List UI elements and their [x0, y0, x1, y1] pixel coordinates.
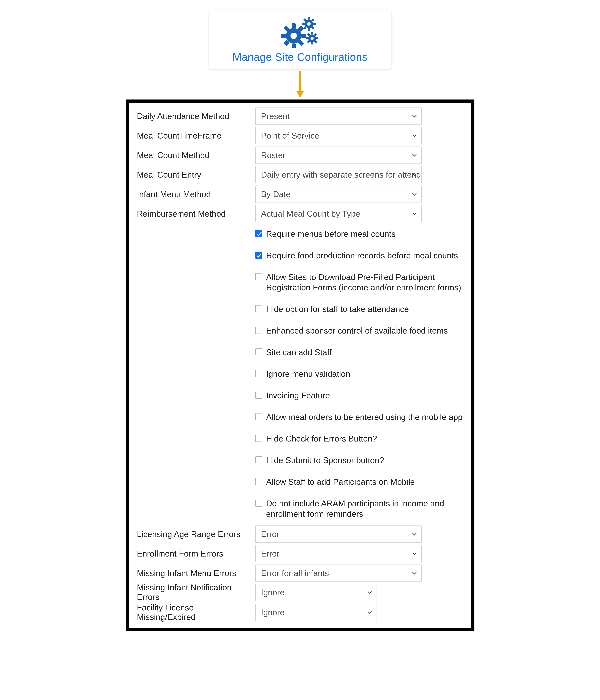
- invoicing-feature-label: Invoicing Feature: [266, 390, 330, 401]
- allow-meal-orders-mobile-checkbox[interactable]: [255, 413, 262, 420]
- chevron-down-icon: [412, 531, 417, 537]
- infant-menu-method-label: Infant Menu Method: [137, 189, 255, 199]
- svg-rect-11: [308, 18, 310, 20]
- manage-site-config-card[interactable]: Manage Site Configurations: [209, 9, 391, 69]
- select-value: Ignore: [261, 588, 284, 597]
- svg-rect-4: [301, 34, 306, 38]
- svg-rect-3: [281, 34, 286, 38]
- card-title: Manage Site Configurations: [212, 51, 388, 63]
- chevron-down-icon: [367, 590, 372, 595]
- allow-download-prefilled-label: Allow Sites to Download Pre-Filled Parti…: [266, 272, 463, 293]
- hide-submit-sponsor-label: Hide Submit to Sponsor button?: [266, 455, 384, 466]
- allow-staff-add-participants-mobile-checkbox[interactable]: [255, 478, 262, 485]
- select-value: Daily entry with separate screens for at…: [261, 170, 421, 179]
- facility-license-missing-expired-select[interactable]: Ignore: [255, 604, 377, 621]
- svg-rect-21: [311, 32, 313, 34]
- exclude-aram-checkbox[interactable]: [255, 500, 262, 507]
- hide-staff-attendance-label: Hide option for staff to take attendance: [266, 304, 409, 314]
- select-value: Error: [261, 549, 280, 558]
- enrollment-form-errors-select[interactable]: Error: [255, 545, 422, 562]
- svg-marker-31: [296, 91, 304, 98]
- allow-download-prefilled-checkbox[interactable]: [255, 273, 262, 280]
- enhanced-sponsor-control-label: Enhanced sponsor control of available fo…: [266, 326, 448, 336]
- meal-count-method-label: Meal Count Method: [137, 150, 255, 160]
- select-value: Point of Service: [261, 131, 319, 141]
- missing-infant-menu-errors-label: Missing Infant Menu Errors: [137, 568, 255, 578]
- ignore-menu-validation-label: Ignore menu validation: [266, 369, 350, 379]
- chevron-down-icon: [412, 211, 417, 217]
- select-value: Present: [261, 111, 290, 121]
- arrow-down-icon: [0, 71, 600, 98]
- allow-meal-orders-mobile-label: Allow meal orders to be entered using th…: [266, 412, 463, 422]
- meal-count-time-frame-label: Meal CountTimeFrame: [137, 130, 255, 141]
- invoicing-feature-checkbox[interactable]: [255, 392, 262, 399]
- require-food-production-checkbox[interactable]: [255, 252, 262, 259]
- daily-attendance-method-label: Daily Attendance Method: [137, 111, 255, 121]
- meal-count-entry-label: Meal Count Entry: [137, 170, 255, 180]
- chevron-down-icon: [412, 551, 417, 556]
- reimbursement-method-select[interactable]: Actual Meal Count by Type: [255, 205, 422, 222]
- hide-check-errors-label: Hide Check for Errors Button?: [266, 433, 377, 444]
- require-menus-label: Require menus before meal counts: [266, 229, 396, 239]
- allow-staff-add-participants-mobile-label: Allow Staff to add Participants on Mobil…: [266, 477, 415, 487]
- meal-count-time-frame-select[interactable]: Point of Service: [255, 127, 422, 144]
- svg-rect-14: [313, 23, 316, 25]
- svg-rect-13: [302, 23, 305, 25]
- select-value: Error for all infants: [261, 568, 329, 578]
- svg-rect-22: [311, 42, 313, 45]
- svg-rect-1: [292, 23, 296, 28]
- chevron-down-icon: [412, 570, 417, 576]
- svg-rect-23: [306, 37, 308, 39]
- daily-attendance-method-select[interactable]: Present: [255, 107, 422, 125]
- site-can-add-staff-label: Site can add Staff: [266, 347, 332, 357]
- chevron-down-icon: [412, 133, 417, 139]
- svg-point-29: [310, 36, 314, 40]
- meal-count-entry-select[interactable]: Daily entry with separate screens for at…: [255, 166, 422, 183]
- svg-rect-12: [308, 28, 310, 31]
- chevron-down-icon: [367, 609, 372, 615]
- licensing-age-range-errors-label: Licensing Age Range Errors: [137, 529, 255, 540]
- svg-rect-2: [292, 44, 296, 48]
- svg-point-19: [307, 22, 310, 26]
- missing-infant-notification-errors-label: Missing Infant Notification Errors: [137, 583, 255, 602]
- select-value: Error: [261, 529, 280, 539]
- chevron-down-icon: [412, 192, 417, 197]
- gears-icon: [212, 18, 388, 48]
- hide-staff-attendance-checkbox[interactable]: [255, 305, 262, 312]
- enrollment-form-errors-label: Enrollment Form Errors: [137, 549, 255, 559]
- select-value: Ignore: [261, 607, 284, 617]
- infant-menu-method-select[interactable]: By Date: [255, 185, 422, 203]
- chevron-down-icon: [412, 114, 417, 119]
- ignore-menu-validation-checkbox[interactable]: [255, 370, 262, 377]
- exclude-aram-label: Do not include ARAM participants in inco…: [266, 498, 463, 519]
- svg-point-9: [291, 33, 297, 39]
- config-panel: Daily Attendance Method Present Meal Cou…: [126, 100, 474, 631]
- select-value: By Date: [261, 190, 291, 199]
- require-food-production-label: Require food production records before m…: [266, 250, 458, 261]
- hide-submit-sponsor-checkbox[interactable]: [255, 456, 262, 464]
- enhanced-sponsor-control-checkbox[interactable]: [255, 327, 262, 334]
- licensing-age-range-errors-select[interactable]: Error: [255, 525, 422, 543]
- site-can-add-staff-checkbox[interactable]: [255, 348, 262, 355]
- require-menus-checkbox[interactable]: [255, 230, 262, 237]
- select-value: Actual Meal Count by Type: [261, 209, 360, 219]
- chevron-down-icon: [412, 152, 417, 158]
- select-value: Roster: [261, 150, 285, 160]
- meal-count-method-select[interactable]: Roster: [255, 147, 422, 164]
- missing-infant-menu-errors-select[interactable]: Error for all infants: [255, 565, 422, 582]
- missing-infant-notification-errors-select[interactable]: Ignore: [255, 584, 377, 601]
- hide-check-errors-checkbox[interactable]: [255, 435, 262, 442]
- facility-license-missing-expired-label: Facility License Missing/Expired: [137, 603, 255, 622]
- svg-rect-24: [316, 37, 318, 39]
- reimbursement-method-label: Reimbursement Method: [137, 208, 255, 219]
